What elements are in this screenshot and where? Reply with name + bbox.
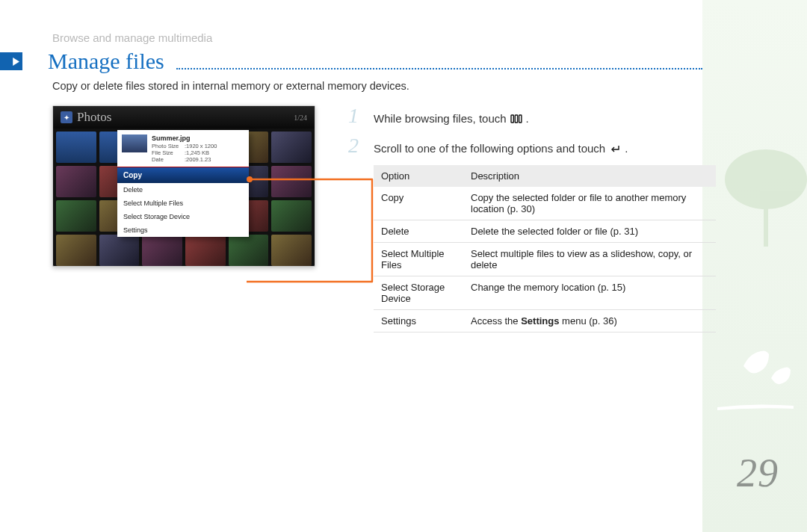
table-header-option: Option (374, 165, 463, 187)
table-row: Select Multiple Files Select multiple fi… (374, 243, 716, 276)
svg-point-0 (725, 149, 807, 209)
popup-item-delete[interactable]: Delete (117, 183, 249, 197)
margin-sidebar: 29 (702, 0, 807, 532)
menu-key-icon (510, 114, 523, 124)
step-1: 1 While browsing files, touch . (348, 105, 690, 126)
popup-item-copy[interactable]: Copy (117, 167, 249, 183)
options-table: Option Description Copy Copy the selecte… (374, 165, 716, 332)
photos-app-icon (61, 111, 72, 123)
step-number-2: 2 (348, 135, 365, 156)
popup-file-info: Summer.jpg Photo Size: 1920 x 1200 File … (117, 130, 249, 167)
svg-rect-1 (764, 202, 768, 247)
table-header-description: Description (463, 165, 716, 187)
screenshot-counter: 1/24 (294, 114, 307, 122)
step-number-1: 1 (348, 105, 365, 126)
table-row: Settings Access the Settings menu (p. 36… (374, 310, 716, 332)
svg-rect-4 (515, 115, 517, 123)
screenshot-header: Photos 1/24 (53, 106, 315, 129)
instructions: 1 While browsing files, touch . 2 Scroll… (348, 105, 702, 332)
title-dotted-rule (176, 68, 702, 69)
breadcrumb: Browse and manage multimedia (0, 31, 702, 44)
enter-key-icon (608, 143, 622, 154)
title-chip-icon (0, 52, 22, 70)
page-title: Manage files (48, 49, 164, 74)
svg-rect-3 (511, 115, 513, 123)
step-1-text: While browsing files, touch (374, 112, 507, 125)
table-row: Delete Delete the selected folder or fil… (374, 220, 716, 243)
page-content: Browse and manage multimedia Manage file… (0, 0, 702, 332)
title-row: Manage files (0, 49, 702, 74)
popup-item-settings[interactable]: Settings (117, 223, 249, 237)
step-2-text: Scroll to one of the following options a… (374, 142, 605, 155)
popup-item-select-multiple[interactable]: Select Multiple Files (117, 197, 249, 210)
table-row: Copy Copy the selected folder or file to… (374, 187, 716, 220)
step-2: 2 Scroll to one of the following options… (348, 135, 690, 156)
intro-text: Copy or delete files stored in internal … (0, 80, 702, 92)
popup-item-select-storage[interactable]: Select Storage Device (117, 210, 249, 223)
popup-thumbnail (122, 134, 147, 152)
popup-filename: Summer.jpg (152, 134, 217, 142)
page-number: 29 (737, 450, 779, 496)
context-popup: Summer.jpg Photo Size: 1920 x 1200 File … (117, 130, 249, 237)
example-screenshot: Photos 1/24 Summer.jpg (52, 105, 315, 332)
table-row: Select Storage Device Change the memory … (374, 276, 716, 310)
svg-rect-5 (519, 115, 521, 123)
screenshot-title: Photos (77, 110, 111, 125)
